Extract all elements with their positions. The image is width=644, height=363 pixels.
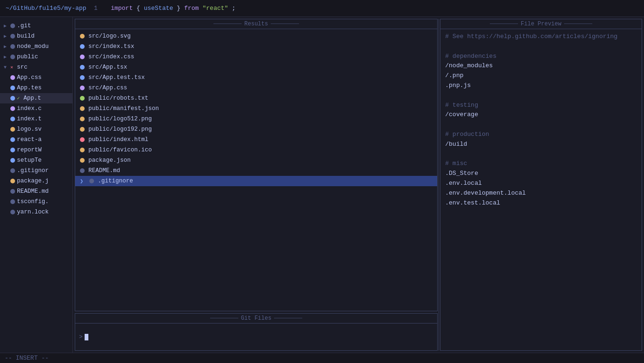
preview-line-empty xyxy=(445,120,637,130)
sidebar-item-index-tsx[interactable]: index.t xyxy=(0,114,72,124)
status-bar: -- INSERT -- xyxy=(0,353,644,363)
sidebar-item-label: index.t xyxy=(17,116,42,122)
sidebar-item-setup[interactable]: setupTe xyxy=(0,155,72,166)
sidebar-item-index-css[interactable]: index.c xyxy=(0,103,72,114)
result-item-gitignore[interactable]: ❯ .gitignore xyxy=(75,176,437,186)
result-item-pub-robots[interactable]: public/robots.txt xyxy=(75,93,437,103)
git-files-title: Git Files xyxy=(75,314,437,324)
result-dot xyxy=(89,179,94,183)
x-icon: ✕ xyxy=(10,64,15,70)
file-dot xyxy=(10,148,15,152)
result-label: public/robots.txt xyxy=(88,95,149,102)
sidebar-item-yarn-lock[interactable]: yarn.lock xyxy=(0,207,72,217)
result-dot xyxy=(80,44,85,49)
result-item-src-logo[interactable]: src/logo.svg xyxy=(75,31,437,41)
preview-line: .pnp.js xyxy=(445,81,637,91)
result-label: src/index.css xyxy=(88,54,134,60)
file-dot xyxy=(10,86,15,90)
sidebar-item-tsconfig[interactable]: tsconfig. xyxy=(0,197,72,207)
file-dot xyxy=(10,137,15,142)
file-dot xyxy=(10,158,15,163)
file-dot xyxy=(10,96,15,101)
sidebar-item-label: react-a xyxy=(17,136,42,143)
file-preview-panel: File Preview # See https://help.github.c… xyxy=(440,19,642,351)
sidebar-item-label: index.c xyxy=(17,105,42,112)
sidebar-item-src[interactable]: ▼ ✕ src xyxy=(0,62,72,72)
file-dot xyxy=(10,189,15,194)
result-dot xyxy=(80,158,85,163)
file-dot xyxy=(10,75,15,80)
file-dot xyxy=(10,55,15,59)
result-item-pub-logo512[interactable]: public/logo512.png xyxy=(75,114,437,124)
git-files-panel: Git Files > xyxy=(75,313,438,351)
sidebar-item-build[interactable]: ▶ build xyxy=(0,31,72,41)
sidebar-item-node-modules[interactable]: ▶ node_modu xyxy=(0,41,72,52)
result-item-src-app-test[interactable]: src/App.test.tsx xyxy=(75,72,437,83)
result-item-src-index-tsx[interactable]: src/index.tsx xyxy=(75,41,437,52)
result-item-src-app-tsx[interactable]: src/App.tsx xyxy=(75,62,437,72)
sidebar-item-app-tsx[interactable]: ✓ App.t xyxy=(0,93,72,103)
result-dot xyxy=(80,168,85,173)
main-layout: ▶ .git ▶ build ▶ node_modu ▶ public ▼ ✕ … xyxy=(0,17,644,353)
sidebar-item-package-json[interactable]: package.j xyxy=(0,176,72,186)
sidebar-item-label: setupTe xyxy=(17,157,42,164)
file-dot xyxy=(10,210,15,214)
identifier-useState: useState xyxy=(144,5,173,12)
check-icon: ✓ xyxy=(17,95,22,101)
sidebar-item-gitignore[interactable]: .gitignor xyxy=(0,166,72,176)
sidebar-item-label: logo.sv xyxy=(17,126,42,133)
sidebar-item-git[interactable]: ▶ .git xyxy=(0,21,72,31)
arrow-icon: ▼ xyxy=(4,65,8,70)
sidebar-item-logo-svg[interactable]: logo.sv xyxy=(0,124,72,134)
result-item-pub-favicon[interactable]: public/favicon.ico xyxy=(75,145,437,155)
result-item-src-index-css[interactable]: src/index.css xyxy=(75,52,437,62)
result-item-pub-index[interactable]: public/index.html xyxy=(75,134,437,145)
file-dot xyxy=(10,127,15,132)
preview-line-empty xyxy=(445,150,637,159)
result-label: public/logo192.png xyxy=(88,126,152,133)
result-dot xyxy=(80,137,85,142)
sidebar-item-app-test[interactable]: App.tes xyxy=(0,83,72,93)
left-column: Results src/logo.svg src/index.tsx xyxy=(73,17,439,353)
editor-mode: -- INSERT -- xyxy=(5,355,49,362)
result-dot xyxy=(80,96,85,101)
sidebar-item-app-css[interactable]: App.css xyxy=(0,72,72,83)
file-dot xyxy=(10,24,15,28)
preview-line: # production xyxy=(445,130,637,140)
preview-line: /build xyxy=(445,140,637,150)
arrow-icon: ▶ xyxy=(4,54,8,60)
code-preview: import { useState } from "react" ; xyxy=(111,5,236,12)
selection-arrow-icon: ❯ xyxy=(80,178,86,185)
result-item-package-json[interactable]: package.json xyxy=(75,155,437,166)
result-label: src/App.test.tsx xyxy=(88,74,145,81)
sidebar-item-react-a[interactable]: react-a xyxy=(0,134,72,145)
preview-line: .DS_Store xyxy=(445,169,637,179)
sidebar-item-label: reportW xyxy=(17,147,42,153)
result-dot xyxy=(80,65,85,70)
results-list: src/logo.svg src/index.tsx src/index.css xyxy=(75,29,437,311)
sidebar-item-label: yarn.lock xyxy=(17,209,49,215)
sidebar-item-label: App.css xyxy=(17,74,42,81)
result-label: public/manifest.json xyxy=(88,105,159,112)
arrow-icon: ▶ xyxy=(4,44,8,49)
sidebar-item-readme[interactable]: README.md xyxy=(0,186,72,197)
git-input-line[interactable]: > xyxy=(75,324,437,350)
sidebar-item-label: public xyxy=(17,54,38,60)
sidebar-item-public[interactable]: ▶ public xyxy=(0,52,72,62)
result-item-readme[interactable]: README.md xyxy=(75,166,437,176)
file-dot xyxy=(10,168,15,173)
sidebar-item-report[interactable]: reportW xyxy=(0,145,72,155)
result-label: README.md xyxy=(88,167,120,174)
result-item-pub-logo192[interactable]: public/logo192.png xyxy=(75,124,437,134)
preview-line: /coverage xyxy=(445,110,637,120)
preview-line: .env.development.local xyxy=(445,189,637,198)
keyword-import: import xyxy=(111,5,133,12)
result-item-pub-manifest[interactable]: public/manifest.json xyxy=(75,103,437,114)
preview-line: # misc xyxy=(445,159,637,169)
sidebar-item-label: package.j xyxy=(17,178,49,184)
file-dot xyxy=(10,117,15,121)
result-item-src-app-css[interactable]: src/App.css xyxy=(75,83,437,93)
panels-row: Results src/logo.svg src/index.tsx xyxy=(73,17,644,353)
sidebar-item-label: tsconfig. xyxy=(17,198,49,205)
sidebar-item-label: src xyxy=(17,64,28,71)
